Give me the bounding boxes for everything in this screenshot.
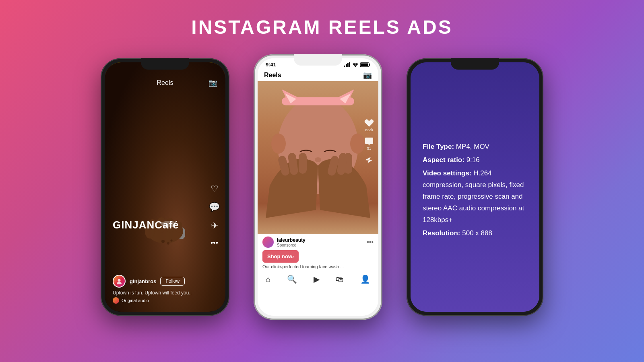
svg-rect-17 bbox=[349, 62, 350, 67]
phone1-reels-label: Reels bbox=[157, 79, 173, 86]
phone2-shop-now-button[interactable]: Shop now › bbox=[262, 250, 299, 263]
phone1-bottom: ginjanbros Follow Uptown is fun. Uptown … bbox=[105, 275, 225, 312]
phone-3: File Type: MP4, MOV Aspect ratio: 9:16 V… bbox=[407, 58, 543, 316]
phone3-video-settings-line: Video settings: H.264 compression, squar… bbox=[423, 168, 527, 226]
battery-icon bbox=[360, 62, 370, 67]
phone1-background: Reels 📷 GINJANCafé ♡ 💬 ✈ ••• bbox=[105, 62, 225, 312]
svg-point-24 bbox=[350, 134, 365, 154]
phone2-share-group bbox=[364, 155, 374, 167]
phone2-search-icon[interactable]: 🔍 bbox=[287, 274, 297, 284]
phone2-share-icon bbox=[364, 155, 374, 165]
phone3-aspect-ratio-value: 9:16 bbox=[464, 156, 480, 164]
coffee-hand-svg bbox=[121, 179, 209, 251]
phone2-face-svg bbox=[258, 81, 378, 234]
phone3-screen: File Type: MP4, MOV Aspect ratio: 9:16 V… bbox=[411, 62, 539, 312]
svg-point-9 bbox=[161, 240, 165, 243]
phone3-content: File Type: MP4, MOV Aspect ratio: 9:16 V… bbox=[411, 62, 539, 312]
phone2-reels-icon[interactable]: ▶ bbox=[314, 274, 320, 284]
phone-1: Reels 📷 GINJANCafé ♡ 💬 ✈ ••• bbox=[101, 58, 229, 316]
phone2-home-icon[interactable]: ⌂ bbox=[266, 275, 270, 284]
phone1-more-icon: ••• bbox=[211, 239, 218, 247]
phone2-video-side-icons: 823k 51 bbox=[364, 118, 374, 167]
svg-point-18 bbox=[355, 66, 356, 67]
phone2-status-icons bbox=[344, 62, 370, 67]
phone2-notch bbox=[294, 54, 342, 66]
phone3-aspect-ratio-label: Aspect ratio: bbox=[423, 156, 464, 164]
phone2-camera-icon: 📷 bbox=[363, 71, 372, 80]
phone1-heart-icon: ♡ bbox=[211, 183, 219, 194]
phone1-side-actions: ♡ 💬 ✈ ••• bbox=[209, 183, 220, 247]
phone3-video-settings-label: Video settings: bbox=[423, 169, 472, 177]
phone3-resolution-label: Resolution: bbox=[423, 229, 460, 237]
svg-point-30 bbox=[315, 157, 321, 162]
phone2-heart-icon bbox=[364, 118, 374, 128]
phones-container: Reels 📷 GINJANCafé ♡ 💬 ✈ ••• bbox=[0, 54, 644, 320]
phone3-file-type-value: MP4, MOV bbox=[454, 143, 489, 150]
wifi-icon bbox=[352, 62, 359, 67]
svg-rect-33 bbox=[299, 153, 307, 174]
phone2-ad-sponsored: Sponsored bbox=[277, 243, 363, 247]
svg-point-23 bbox=[271, 134, 286, 154]
phone1-user-avatar bbox=[113, 275, 126, 288]
phone3-aspect-ratio-line: Aspect ratio: 9:16 bbox=[423, 154, 527, 166]
phone2-comment-count: 51 bbox=[367, 146, 371, 150]
phone2-ad-avatar bbox=[262, 237, 274, 248]
phone1-audio-text: Original audio bbox=[122, 298, 149, 303]
phone2-ad-info-text: laleurbeauty Sponsored bbox=[277, 237, 363, 247]
phone1-camera-icon: 📷 bbox=[208, 78, 217, 87]
svg-rect-16 bbox=[347, 63, 349, 67]
svg-rect-21 bbox=[361, 63, 368, 66]
phone3-resolution-value: 500 x 888 bbox=[460, 229, 492, 237]
phone1-brand: GINJANCafé bbox=[113, 219, 179, 231]
phone-2: 9:41 bbox=[254, 54, 382, 320]
phone2-screen: 9:41 bbox=[258, 58, 378, 316]
phone1-user-row: ginjanbros Follow bbox=[113, 275, 217, 288]
phone2-ad-username: laleurbeauty bbox=[277, 237, 363, 243]
svg-rect-14 bbox=[344, 66, 345, 67]
phone2-header: Reels 📷 bbox=[258, 69, 378, 81]
phone2-comment-group: 51 bbox=[364, 137, 374, 150]
svg-point-10 bbox=[167, 242, 169, 245]
phone2-shop-arrow-icon: › bbox=[292, 253, 294, 259]
phone3-file-type-label: File Type: bbox=[423, 143, 454, 150]
phone1-header: Reels 📷 bbox=[105, 78, 225, 87]
svg-point-12 bbox=[118, 279, 121, 282]
phone2-heart-group: 823k bbox=[364, 118, 374, 132]
phone2-reels-label: Reels bbox=[264, 72, 281, 79]
phone1-avatar-icon bbox=[116, 278, 122, 284]
phone2-more-icon: ••• bbox=[367, 239, 374, 246]
svg-point-11 bbox=[171, 240, 173, 242]
phone1-brand-name: GINJAN bbox=[113, 219, 155, 231]
phone2-shop-icon[interactable]: 🛍 bbox=[336, 275, 344, 284]
phone2-shop-now-label: Shop now bbox=[267, 253, 292, 259]
svg-rect-15 bbox=[346, 64, 347, 67]
phone3-notch bbox=[451, 58, 499, 70]
phone1-username: ginjanbros bbox=[130, 278, 156, 284]
phone1-screen: Reels 📷 GINJANCafé ♡ 💬 ✈ ••• bbox=[105, 62, 225, 312]
phone3-video-settings-value: H.264 compression, square pixels, fixed … bbox=[423, 169, 524, 224]
phone1-notch bbox=[141, 58, 189, 70]
phone2-ad-info: laleurbeauty Sponsored ••• bbox=[258, 234, 378, 250]
phone2-content: 9:41 bbox=[258, 58, 378, 316]
phone2-comment-icon bbox=[364, 137, 374, 146]
phone3-resolution-line: Resolution: 500 x 888 bbox=[423, 228, 527, 239]
phone2-face-bg bbox=[258, 81, 378, 234]
svg-rect-20 bbox=[369, 64, 370, 66]
phone3-file-type-line: File Type: MP4, MOV bbox=[423, 141, 527, 153]
phone1-audio-row: Original audio bbox=[113, 297, 217, 304]
phone1-brand-text: GINJANCafé bbox=[113, 219, 179, 231]
phone1-caption: Uptown is fun. Uptown will feed you.. bbox=[113, 290, 217, 296]
phone2-like-count: 823k bbox=[365, 128, 373, 132]
phone1-brand-bold: Café bbox=[155, 219, 179, 231]
phone1-comment-icon: 💬 bbox=[209, 202, 220, 212]
phone1-audio-icon bbox=[113, 297, 119, 304]
page-title: INSTAGRAM REELS ADS bbox=[191, 16, 452, 38]
signal-icon bbox=[344, 62, 351, 67]
phone2-profile-icon[interactable]: 👤 bbox=[360, 274, 370, 284]
phone1-share-icon: ✈ bbox=[211, 220, 218, 231]
phone2-video-area: 823k 51 bbox=[258, 81, 378, 234]
phone1-follow-button[interactable]: Follow bbox=[160, 277, 185, 286]
phone2-ad-caption: Our clinic-perfected foaming face wash .… bbox=[258, 264, 378, 271]
phone2-time: 9:41 bbox=[266, 62, 276, 68]
phone2-bottom-nav: ⌂ 🔍 ▶ 🛍 👤 bbox=[258, 271, 378, 289]
